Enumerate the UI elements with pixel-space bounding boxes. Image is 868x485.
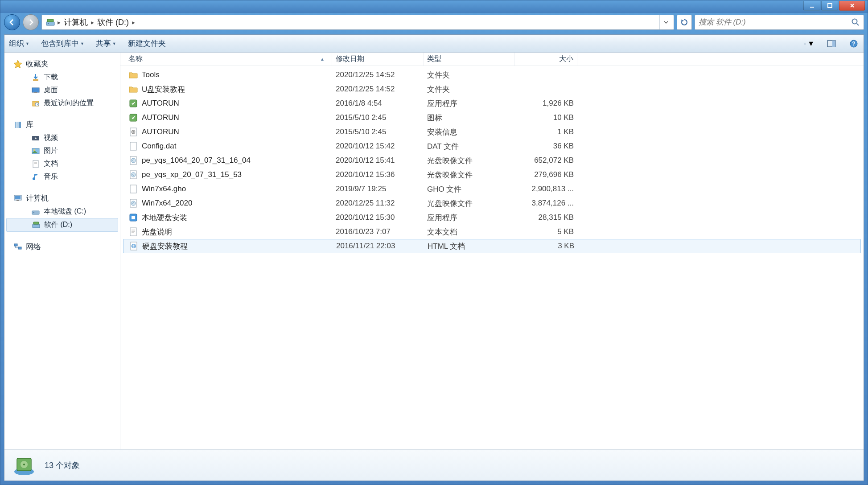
svg-rect-21 [15,122,16,128]
documents-icon [31,160,40,169]
nav-pictures[interactable]: 图片 [4,144,120,157]
nav-group-network: 网络 [4,240,120,254]
column-date-label: 修改日期 [336,55,364,62]
address-row: ▸ 计算机 ▸ 软件 (D:) ▸ [4,13,864,32]
file-row[interactable]: Win7x64.gho2019/9/7 19:25GHO 文件2,900,813… [120,182,864,196]
file-size: 3,874,126 ... [515,199,577,208]
file-icon [128,184,138,194]
nav-libraries[interactable]: 库 [4,118,120,132]
maximize-button[interactable] [821,1,838,11]
file-size: 2,900,813 ... [515,185,577,193]
titlebar-buttons [803,0,868,11]
file-name: 本地硬盘安装 [142,213,187,223]
file-size: 1 KB [515,127,577,136]
refresh-button[interactable] [677,15,692,30]
address-dropdown[interactable] [659,15,672,29]
forward-button[interactable] [23,14,39,30]
svg-rect-22 [17,122,19,128]
file-list[interactable]: Tools2020/12/25 14:52文件夹U盘安装教程2020/12/25… [120,66,864,449]
nav-recent-label: 最近访问的位置 [44,99,94,108]
status-bar: 13 个对象 [4,449,864,481]
file-name: Tools [142,70,160,79]
maximize-icon [827,3,833,8]
file-name: 光盘说明 [142,227,172,237]
share-button[interactable]: 共享 ▼ [96,38,116,49]
file-row[interactable]: 本地硬盘安装2020/10/12 15:30应用程序28,315 KB [120,210,864,225]
help-button[interactable]: ? [848,38,859,49]
computer-icon [13,194,22,203]
back-button[interactable] [4,14,20,30]
svg-point-30 [33,177,35,180]
close-button[interactable] [839,1,865,11]
organize-button[interactable]: 组织 ▼ [9,38,29,49]
file-row[interactable]: Tools2020/12/25 14:52文件夹 [120,68,864,82]
downloads-icon [31,73,40,82]
file-row[interactable]: AUTORUN2015/5/10 2:45安装信息1 KB [120,125,864,139]
file-row[interactable]: 硬盘安装教程2016/11/21 22:03HTML 文档3 KB [123,239,861,253]
search-input[interactable] [699,18,851,27]
file-size: 10 KB [515,113,577,122]
file-row[interactable]: pe_yqs_xp_20_07_31_15_532020/10/12 15:36… [120,168,864,182]
nav-drive-c[interactable]: 本地磁盘 (C:) [4,205,120,218]
column-name[interactable]: 名称 ▲ [125,53,332,66]
navigation-pane[interactable]: 收藏夹 下载 桌面 最近访问的位置 [4,53,120,449]
nav-recent[interactable]: 最近访问的位置 [4,97,120,110]
file-row[interactable]: 光盘说明2016/10/23 7:07文本文档5 KB [120,225,864,239]
file-size: 3 KB [515,242,578,251]
titlebar [0,0,868,13]
nav-drive-d[interactable]: 软件 (D:) [6,218,118,232]
file-size: 652,072 KB [515,156,577,165]
nav-videos-label: 视频 [44,133,58,143]
view-mode-button[interactable]: ▼ [804,38,815,49]
column-headers: 名称 ▲ 修改日期 类型 大小 [120,53,864,66]
address-field[interactable]: ▸ 计算机 ▸ 软件 (D:) ▸ [41,15,674,30]
include-in-library-button[interactable]: 包含到库中 ▼ [41,38,84,49]
svg-rect-34 [32,211,39,214]
svg-point-55 [133,203,134,204]
new-folder-button[interactable]: 新建文件夹 [128,38,166,49]
breadcrumb-drive[interactable]: 软件 (D:) [95,16,132,29]
file-icon [128,84,138,94]
svg-rect-39 [18,247,21,249]
column-date[interactable]: 修改日期 [332,53,424,66]
file-date: 2016/11/21 22:03 [333,242,424,251]
file-type: 图标 [424,113,515,123]
svg-rect-25 [32,148,39,154]
nav-desktop[interactable]: 桌面 [4,84,120,97]
svg-rect-0 [810,7,814,8]
svg-rect-18 [34,92,37,93]
nav-network[interactable]: 网络 [4,240,120,254]
nav-favorites[interactable]: 收藏夹 [4,57,120,71]
file-row[interactable]: Config.dat2020/10/12 15:42DAT 文件36 KB [120,139,864,153]
file-row[interactable]: AUTORUN2016/1/8 4:54应用程序1,926 KB [120,96,864,111]
column-type-label: 类型 [427,55,441,62]
nav-music-label: 音乐 [44,172,58,181]
preview-pane-button[interactable] [826,38,837,49]
nav-documents[interactable]: 文档 [4,157,120,170]
nav-music[interactable]: 音乐 [4,170,120,183]
minimize-icon [809,3,815,8]
file-date: 2015/5/10 2:45 [332,113,424,122]
minimize-button[interactable] [803,1,820,11]
nav-libraries-label: 库 [26,119,33,130]
svg-rect-52 [130,185,136,193]
back-arrow-icon [8,18,16,26]
nav-computer[interactable]: 计算机 [4,191,120,205]
nav-computer-label: 计算机 [26,193,49,203]
column-type[interactable]: 类型 [424,53,515,66]
file-type: 文件夹 [424,70,515,80]
column-size[interactable]: 大小 [515,53,577,66]
nav-downloads[interactable]: 下载 [4,71,120,84]
column-name-label: 名称 [128,54,143,64]
file-date: 2020/12/25 14:52 [332,70,424,79]
nav-videos[interactable]: 视频 [4,132,120,144]
file-row[interactable]: U盘安装教程2020/12/25 14:52文件夹 [120,82,864,96]
breadcrumb-computer[interactable]: 计算机 [61,16,91,29]
file-name: Win7x64.gho [142,185,186,193]
file-row[interactable]: Win7x64_20202020/12/25 11:32光盘映像文件3,874,… [120,196,864,210]
file-icon [128,213,138,222]
file-row[interactable]: AUTORUN2015/5/10 2:45图标10 KB [120,111,864,125]
file-row[interactable]: pe_yqs_1064_20_07_31_16_042020/10/12 15:… [120,153,864,168]
file-icon [128,141,138,151]
search-field[interactable] [695,15,864,30]
